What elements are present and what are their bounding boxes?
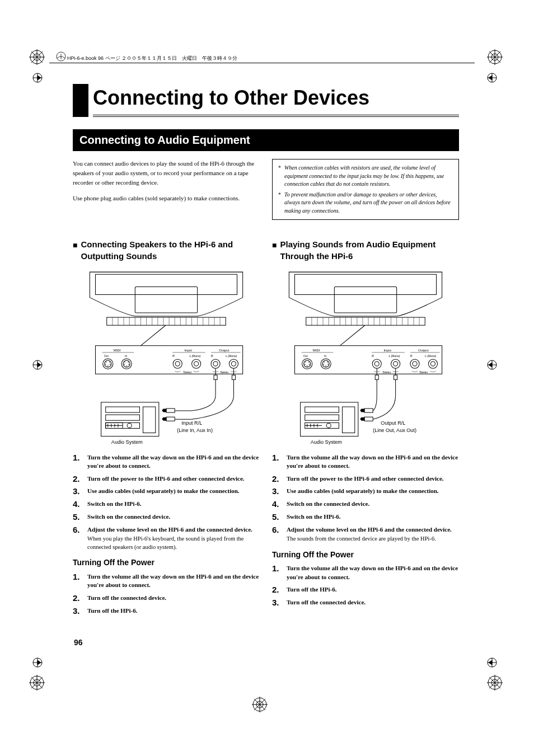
paragraph-heading: Turning Off the Power [272,549,459,561]
svg-point-84 [126,365,127,367]
svg-text:(Line In, Aux In): (Line In, Aux In) [177,427,213,433]
intro-paragraph: You can connect audio devices to play th… [73,159,260,187]
svg-text:R: R [211,354,213,358]
svg-text:Out: Out [104,354,109,358]
paragraph-heading: Turning Off the Power [73,557,260,569]
svg-text:Input: Input [383,349,391,352]
svg-point-90 [175,361,180,366]
svg-rect-196 [364,417,373,421]
svg-text:Out: Out [303,354,308,358]
asterisk-icon: * [278,164,281,189]
svg-text:L (Mono): L (Mono) [189,354,200,358]
subsection-heading: ■ Connecting Speakers to the HPi-6 and O… [73,239,260,262]
svg-rect-113 [101,402,159,436]
intro-paragraph: Use phone plug audio cables (sold separa… [73,194,260,203]
svg-rect-111 [166,417,175,421]
svg-point-177 [394,361,398,366]
page-number: 96 [74,638,83,647]
svg-point-176 [391,359,400,368]
step-item: Use audio cables (sold separately) to ma… [87,487,240,496]
svg-marker-110 [162,409,166,412]
svg-point-78 [110,364,111,365]
step-item: Use audio cables (sold separately) to ma… [287,487,439,496]
svg-point-79 [107,365,109,367]
crop-mark-icon [32,73,43,83]
svg-point-164 [307,365,308,367]
asterisk-icon: * [278,191,281,215]
svg-point-92 [194,361,199,366]
svg-rect-198 [301,402,358,436]
svg-point-174 [372,359,381,368]
step-item: Turn off the connected device. [87,594,166,603]
svg-line-65 [140,325,166,345]
svg-point-91 [192,359,201,368]
svg-marker-112 [162,417,166,420]
step-item: Switch on the HPi-6. [87,500,142,509]
svg-point-101 [231,361,236,366]
step-item: Turn off the connected device. [287,598,366,607]
svg-rect-114 [106,407,140,412]
step-item: Adjust the volume level on the HPi-6 and… [287,525,452,543]
step-item: Turn off the HPi-6. [87,607,137,616]
svg-text:L (Mono): L (Mono) [226,354,237,358]
svg-text:Stereo: Stereo [183,370,191,374]
svg-point-160 [305,361,306,363]
svg-text:R: R [372,354,374,358]
svg-text:R: R [410,354,413,358]
svg-point-99 [213,361,218,366]
note-text: To prevent malfunction and/or damage to … [284,191,453,215]
steps-list: Turn the volume all the way down on the … [73,453,260,552]
svg-point-207 [326,423,331,428]
step-item: Turn the volume all the way down on the … [87,572,260,590]
svg-rect-194 [364,408,373,412]
book-spine-icon [56,51,66,62]
svg-point-161 [308,361,310,363]
svg-point-77 [105,364,106,365]
svg-text:MIDI: MIDI [313,349,320,352]
crop-mark-icon [487,360,497,370]
svg-rect-124 [143,407,156,433]
step-item: Turn off the power to the HPi-6 and othe… [287,475,444,483]
svg-point-165 [324,361,325,363]
svg-text:Audio System: Audio System [111,439,143,445]
svg-point-166 [327,361,328,363]
svg-rect-199 [305,407,339,412]
svg-point-168 [327,364,329,365]
registration-mark-icon [252,697,268,712]
svg-rect-43 [135,287,197,313]
step-item: Switch on the connected device. [287,500,369,509]
svg-marker-197 [360,417,364,420]
steps-list: Turn the volume all the way down on the … [73,572,260,615]
svg-text:Stereo: Stereo [419,370,428,374]
connection-diagram-output: MIDI Out In Input R L (Mono) [73,266,260,448]
step-item: Turn off the power to the HPi-6 and othe… [87,475,245,483]
svg-text:Output: Output [418,349,429,352]
crop-mark-icon [32,658,43,668]
crop-mark-icon [487,658,497,668]
registration-mark-icon [487,49,503,65]
connection-diagram-input: MIDI Out In Input R L (Mono) [272,266,459,448]
svg-text:Input: Input [184,349,192,352]
svg-rect-129 [306,317,425,325]
square-bullet-icon: ■ [272,239,277,262]
step-item: Turn the volume all the way down on the … [287,564,459,581]
svg-text:(Line Out, Aux Out): (Line Out, Aux Out) [373,427,416,433]
step-item: Turn off the HPi-6. [287,585,336,594]
svg-rect-115 [106,415,140,420]
svg-point-82 [124,364,125,365]
svg-text:In: In [324,354,326,358]
svg-point-80 [124,361,125,363]
chapter-marker [73,84,88,117]
step-note: The sounds from the connected device are… [287,535,452,543]
svg-point-81 [128,361,129,363]
svg-point-83 [128,364,129,365]
svg-point-169 [325,365,326,367]
crop-mark-icon [487,73,497,83]
svg-point-89 [173,359,182,368]
steps-list: Turn the volume all the way down on the … [272,453,459,543]
svg-point-163 [309,364,310,365]
step-item: Adjust the volume level on the HPi-6 and… [87,525,260,552]
svg-point-185 [428,359,437,368]
svg-text:Input R/L: Input R/L [181,420,202,426]
svg-marker-195 [360,409,364,412]
